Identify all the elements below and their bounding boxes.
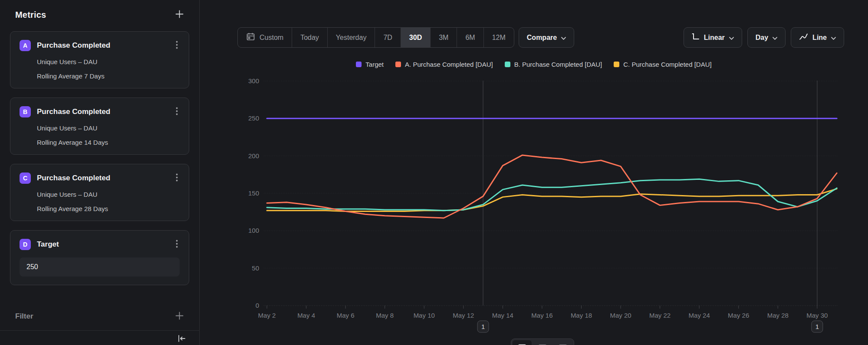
y-axis-label-300: 300 [248,77,259,85]
view-table-button[interactable] [533,340,552,345]
scale-select-label: Linear [704,34,725,42]
y-axis-label-200: 200 [248,152,259,159]
metrics-header: Metrics [10,10,189,20]
range-label-3m: 3M [439,34,448,42]
legend-item-b-purchase-completed-dau[interactable]: B. Purchase Completed [DAU] [505,61,602,68]
metric-card-b: BPurchase CompletedUnique Users – DAURol… [10,98,189,155]
metric-card-a: APurchase CompletedUnique Users – DAURol… [10,31,189,88]
range-7d[interactable]: 7D [375,28,400,47]
range-label-6m: 6M [465,34,475,42]
metric-card-header: APurchase Completed [20,40,180,51]
range-today[interactable]: Today [292,28,327,47]
range-6m[interactable]: 6M [457,28,483,47]
metric-subtitle: Unique Users – DAU [37,58,180,65]
x-axis-label-may-28: May 28 [767,312,789,319]
metric-menu-button[interactable] [174,172,180,184]
metric-card-header: BPurchase Completed [20,106,180,117]
sidebar-footer [0,330,199,345]
metric-subtitle: Rolling Average 14 Days [37,139,180,146]
legend-swatch [505,62,510,67]
compare-button[interactable]: Compare [519,27,574,48]
y-axis-label-150: 150 [248,189,259,197]
collapse-sidebar-button[interactable] [177,334,186,345]
compare-button-label: Compare [527,34,557,42]
filter-header: Filter [10,311,189,322]
metric-title: Target [37,240,174,249]
legend-swatch [395,62,401,67]
metric-menu-button[interactable] [174,239,180,250]
toolbar-right: Linear Day Line [684,27,844,48]
legend-label: Target [365,61,384,68]
metric-subtitle: Unique Users – DAU [37,124,180,132]
interval-select-label: Day [756,34,768,42]
y-axis-label-100: 100 [248,227,259,234]
range-custom[interactable]: Custom [238,28,292,47]
chart-type-button[interactable]: Line [791,27,844,48]
interval-select-button[interactable]: Day [747,27,786,48]
metric-card-c: CPurchase CompletedUnique Users – DAURol… [10,164,189,221]
x-axis-label-may-10: May 10 [414,312,435,319]
legend-label: C. Purchase Completed [DAU] [623,61,711,68]
series-line-c-purchase-completed-dau[interactable] [267,189,837,212]
legend-item-target[interactable]: Target [356,61,384,68]
collapse-left-icon [177,334,186,345]
sidebar: Metrics APurchase CompletedUnique Users … [0,0,200,345]
x-axis-label-may-2: May 2 [258,312,276,319]
chevron-down-icon [729,34,734,42]
scale-select-button[interactable]: Linear [684,27,742,48]
x-axis-label-may-12: May 12 [453,312,474,319]
metric-card-header: CPurchase Completed [20,172,180,184]
app-root: Metrics APurchase CompletedUnique Users … [0,0,868,345]
metric-title: Purchase Completed [37,41,174,50]
range-label-yesterday: Yesterday [336,34,367,42]
add-filter-button[interactable] [175,311,184,322]
view-metric-button[interactable] [553,340,572,345]
y-axis-label-50: 50 [252,264,259,272]
y-axis-label-0: 0 [256,302,259,309]
metric-subtitle: Unique Users – DAU [37,191,180,198]
kebab-icon [176,107,178,117]
add-metric-button[interactable] [175,10,184,20]
chart-toolbar: CustomTodayYesterday7D30D3M6M12M Compare… [200,27,868,48]
metrics-title: Metrics [15,10,46,20]
date-range-control: CustomTodayYesterday7D30D3M6M12M [237,27,514,48]
legend-item-c-purchase-completed-dau[interactable]: C. Purchase Completed [DAU] [614,61,711,68]
x-axis-label-may-24: May 24 [689,312,710,319]
metric-menu-button[interactable] [174,40,180,51]
chevron-down-icon [561,34,566,42]
plus-icon [175,311,184,322]
x-axis-label-may-14: May 14 [492,312,513,319]
legend-label: B. Purchase Completed [DAU] [514,61,602,68]
legend-label: A. Purchase Completed [DAU] [405,61,493,68]
metric-card-header: DTarget [20,239,180,250]
legend-swatch [614,62,619,67]
range-yesterday[interactable]: Yesterday [327,28,375,47]
legend-item-a-purchase-completed-dau[interactable]: A. Purchase Completed [DAU] [395,61,493,68]
series-line-b-purchase-completed-dau[interactable] [267,179,837,211]
range-12m[interactable]: 12M [483,28,514,47]
metric-letter-badge: D [20,239,31,250]
range-30d[interactable]: 30D [401,28,430,47]
range-3m[interactable]: 3M [430,28,457,47]
filter-title: Filter [15,312,33,321]
kebab-icon [176,41,178,50]
metric-menu-button[interactable] [174,106,180,117]
x-axis-label-may-22: May 22 [649,312,671,319]
annotation-badge-label-2: 1 [815,323,819,330]
target-value-input[interactable] [20,257,180,277]
linear-axis-icon [692,33,700,42]
chart-type-label: Line [812,34,827,42]
x-axis-label-may-26: May 26 [728,312,749,319]
line-chart: 050100150200250300May 2May 4May 6May 8Ma… [234,74,850,345]
metric-letter-badge: A [20,40,31,51]
kebab-icon [176,173,178,183]
view-chart-button[interactable] [513,340,532,345]
range-label-12m: 12M [492,34,506,42]
metric-letter-badge: C [20,172,31,184]
x-axis-label-may-18: May 18 [571,312,592,319]
y-axis-label-250: 250 [248,114,259,122]
metric-title: Purchase Completed [37,107,174,116]
metric-card-d: DTarget [10,230,189,285]
calendar-icon [246,32,255,43]
x-axis-label-may-30: May 30 [806,312,828,319]
